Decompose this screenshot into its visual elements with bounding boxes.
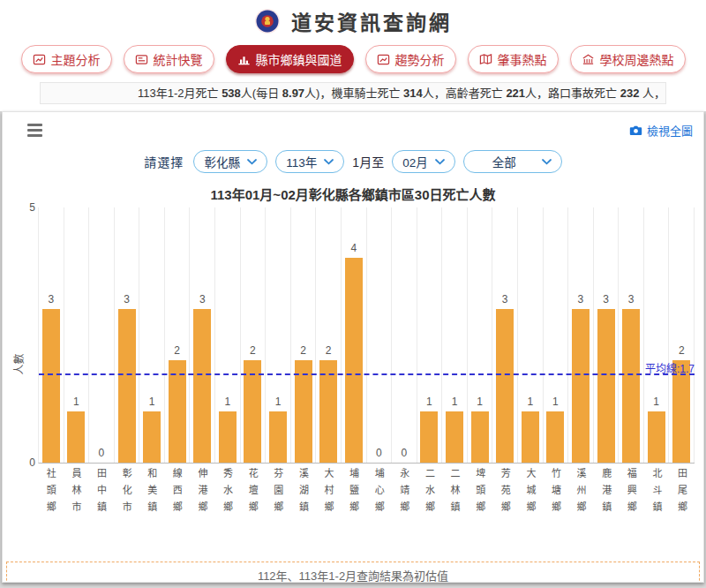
bar[interactable] (597, 309, 615, 463)
bar[interactable] (269, 411, 287, 463)
chart-title: 113年01月~02月彰化縣各鄉鎮市區30日死亡人數 (3, 185, 703, 202)
bar-value-label: 0 (367, 447, 392, 459)
bar[interactable] (118, 309, 136, 463)
y-tick-label: 5 (25, 201, 35, 214)
menu-button[interactable] (26, 122, 44, 139)
county-select[interactable]: 彰化縣 (193, 150, 267, 173)
nav-label: 縣市鄉鎮與國道 (256, 50, 342, 68)
category-select[interactable]: 全部 (463, 150, 562, 173)
bar-slot: 1 (544, 207, 569, 463)
x-tick-label: 福興鄉 (619, 468, 644, 539)
map-icon (479, 53, 492, 66)
bar-slot: 3 (619, 207, 644, 463)
nav-tab-crash-hotspots[interactable]: 肇事熱點 (468, 45, 559, 73)
note-box: 112年、113年1-2月查詢結果為初估值 (6, 562, 700, 583)
area-chart-icon (33, 53, 46, 66)
x-tick-label: 大村鄉 (316, 468, 342, 539)
bar-chart: 人數 5 0 31031231212240011131133312平均線:1.7… (38, 207, 695, 539)
bar[interactable] (648, 411, 665, 463)
bar[interactable] (143, 411, 161, 463)
bar-slot: 1 (266, 207, 291, 463)
bar-slot: 0 (89, 207, 115, 463)
bar-value-label: 1 (266, 396, 290, 408)
trend-chart-icon (377, 53, 390, 66)
year-select-value: 113年 (286, 153, 317, 170)
bar-value-label: 3 (568, 293, 593, 305)
x-tick-label: 大城鄉 (518, 468, 544, 539)
bar[interactable] (67, 411, 85, 463)
filter-row: 請選擇 彰化縣 113年 1月至 02月 全部 (3, 150, 703, 173)
bar-value-label: 4 (342, 242, 366, 254)
police-badge-logo-icon (254, 8, 281, 34)
bar[interactable] (193, 309, 211, 463)
filter-prompt: 請選擇 (144, 153, 184, 170)
bar[interactable] (219, 411, 237, 463)
x-tick-label: 伸港鄉 (190, 468, 215, 539)
bar-slot: 1 (468, 207, 493, 463)
camera-icon (629, 124, 642, 136)
average-line: 平均線:1.7 (39, 373, 695, 375)
x-tick-label: 永靖鄉 (392, 468, 417, 539)
bar[interactable] (572, 309, 590, 463)
month-select[interactable]: 02月 (392, 150, 455, 173)
bar[interactable] (446, 411, 463, 463)
bar[interactable] (522, 411, 539, 463)
nav-tab-stats-overview[interactable]: 統計快覽 (124, 45, 214, 73)
bar-value-label: 1 (544, 396, 568, 408)
nav-label: 肇事熱點 (498, 50, 547, 68)
x-tick-label: 彰化市 (114, 468, 139, 539)
bar-value-label: 2 (165, 344, 190, 357)
bar[interactable] (420, 411, 438, 463)
month-select-value: 02月 (402, 153, 428, 170)
bar-value-label: 1 (442, 396, 467, 408)
county-select-value: 彰化縣 (204, 153, 240, 170)
chart-card: 檢視全圖 請選擇 彰化縣 113年 1月至 02月 全部 113年01月 (2, 111, 704, 583)
bar[interactable] (622, 309, 640, 463)
nav-tab-school-hotspots[interactable]: 學校周邊熱點 (570, 45, 686, 73)
x-tick-label: 埔鹽鄉 (341, 468, 366, 539)
x-tick-label: 埔心鄉 (366, 468, 392, 539)
x-tick-label: 溪湖鎮 (290, 468, 316, 539)
bar-value-label: 2 (241, 344, 266, 357)
bar-value-label: 0 (392, 447, 417, 459)
bar-value-label: 1 (518, 396, 543, 408)
bar-value-label: 3 (594, 293, 619, 305)
note-text: 112年、113年1-2月查詢結果為初估值 (258, 569, 448, 583)
x-tick-label: 二水鄉 (417, 468, 442, 539)
bar-value-label: 2 (669, 344, 694, 357)
page-title: 道安資訊查詢網 (291, 6, 452, 36)
x-tick-label: 芳苑鄉 (492, 468, 518, 539)
bar[interactable] (546, 411, 564, 463)
view-full-image-button[interactable]: 檢視全圖 (629, 122, 693, 139)
nav-tab-trend-analysis[interactable]: 趨勢分析 (365, 45, 456, 73)
bar-slot: 1 (215, 207, 241, 463)
y-tick-label: 0 (25, 456, 35, 469)
bar[interactable] (345, 258, 363, 463)
site-header: 道安資訊查詢網 主題分析 統計快覽 縣市鄉鎮與國道 趨勢分析 (0, 0, 706, 104)
x-tick-label: 鹿港鎮 (593, 468, 619, 539)
bar-slot: 0 (367, 207, 393, 463)
bar-slot: 4 (342, 207, 367, 463)
nav-tab-county-township[interactable]: 縣市鄉鎮與國道 (226, 45, 354, 73)
bar[interactable] (471, 411, 489, 463)
stats-card-icon (135, 53, 148, 66)
bar[interactable] (496, 309, 514, 463)
school-building-icon (582, 53, 595, 66)
bar[interactable] (42, 309, 60, 463)
view-full-label: 檢視全圖 (647, 122, 693, 139)
hamburger-icon (27, 124, 42, 126)
bar-slot: 2 (165, 207, 191, 463)
x-tick-label: 芬園鄉 (265, 468, 290, 539)
x-tick-label: 北斗鎮 (644, 468, 670, 539)
bar-value-label: 0 (89, 447, 114, 459)
bar-slot: 3 (594, 207, 620, 463)
x-tick-label: 田尾鄉 (669, 468, 695, 539)
year-select[interactable]: 113年 (275, 150, 344, 173)
nav-tab-topic-analysis[interactable]: 主題分析 (21, 45, 112, 73)
month-range-text: 1月至 (352, 153, 384, 170)
chevron-down-icon (247, 159, 257, 165)
nav-label: 統計快覽 (154, 50, 203, 68)
plot-area: 5 0 31031231212240011131133312平均線:1.7 (38, 207, 695, 464)
x-tick-label: 埤頭鄉 (467, 468, 492, 539)
title-row: 道安資訊查詢網 (0, 5, 706, 37)
